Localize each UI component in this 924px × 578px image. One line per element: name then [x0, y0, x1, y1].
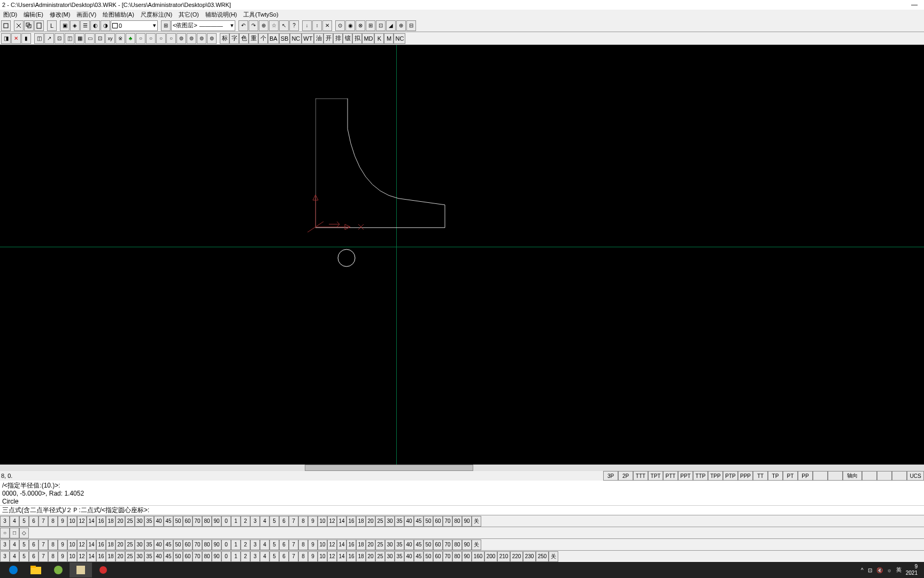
- number-button[interactable]: 3: [250, 516, 260, 527]
- tool-icon[interactable]: ↕: [312, 20, 322, 31]
- number-button[interactable]: 9: [58, 551, 67, 562]
- circle-icon[interactable]: ○: [166, 33, 176, 44]
- number-button[interactable]: 210: [497, 551, 510, 562]
- snap-button[interactable]: TTT: [633, 471, 648, 481]
- tool-icon[interactable]: ⊟: [406, 20, 416, 31]
- number-button[interactable]: 50: [424, 539, 433, 550]
- number-button[interactable]: 3: [250, 539, 260, 550]
- snap-button[interactable]: PTP: [723, 471, 738, 481]
- number-button[interactable]: 3: [0, 539, 10, 550]
- number-button[interactable]: 20: [366, 551, 375, 562]
- menu-item[interactable]: 编辑(E): [20, 11, 47, 19]
- number-button[interactable]: 10: [67, 539, 77, 550]
- number-button[interactable]: 16: [346, 516, 356, 527]
- number-button[interactable]: 4: [10, 539, 19, 550]
- number-button[interactable]: 90: [212, 516, 221, 527]
- number-button[interactable]: 45: [414, 516, 424, 527]
- tool-icon[interactable]: ☰: [80, 20, 90, 31]
- tool-xy[interactable]: xy: [105, 33, 115, 44]
- number-button[interactable]: 90: [212, 551, 221, 562]
- tool-icon[interactable]: ⊡: [376, 20, 386, 31]
- tool-icon[interactable]: [1, 20, 11, 31]
- menu-item[interactable]: 其它(O): [175, 11, 202, 19]
- number-button[interactable]: 25: [125, 539, 135, 550]
- number-button[interactable]: 18: [106, 516, 116, 527]
- number-button[interactable]: 35: [144, 551, 154, 562]
- number-button[interactable]: 8: [298, 551, 308, 562]
- number-button[interactable]: 10: [67, 516, 77, 527]
- tool-icon[interactable]: ⊡: [55, 33, 64, 44]
- tool-icon[interactable]: ⊕: [396, 20, 406, 31]
- tool-icon[interactable]: ⊞: [366, 20, 375, 31]
- number-button[interactable]: 40: [404, 516, 414, 527]
- tool-icon[interactable]: ▮: [21, 33, 31, 44]
- number-button[interactable]: 80: [202, 516, 212, 527]
- number-button[interactable]: 5: [19, 539, 29, 550]
- menu-item[interactable]: 修改(M): [47, 11, 74, 19]
- number-button[interactable]: 18: [356, 539, 366, 550]
- tool-icon[interactable]: ◑: [101, 20, 110, 31]
- circle-icon[interactable]: ⊚: [207, 33, 217, 44]
- record-icon[interactable]: [92, 562, 114, 577]
- number-button[interactable]: 230: [523, 551, 536, 562]
- tool-icon[interactable]: ◫: [34, 33, 44, 44]
- tray-chevron-icon[interactable]: ^: [861, 567, 864, 573]
- number-button[interactable]: 40: [154, 551, 164, 562]
- number-button[interactable]: 0: [221, 539, 231, 550]
- text-tool-button[interactable]: 开: [324, 33, 333, 44]
- snap-button[interactable]: TPP: [708, 471, 723, 481]
- number-button[interactable]: 40: [404, 539, 414, 550]
- number-button[interactable]: 14: [87, 516, 96, 527]
- snap-button[interactable]: TTP: [693, 471, 708, 481]
- layer-dropdown[interactable]: <依图层> ———— ▾: [171, 20, 235, 31]
- tool-icon[interactable]: ◉: [345, 20, 355, 31]
- number-button[interactable]: 35: [395, 516, 404, 527]
- number-button[interactable]: 18: [106, 551, 116, 562]
- number-button[interactable]: 7: [289, 516, 298, 527]
- text-tool-button[interactable]: K: [374, 33, 384, 44]
- number-button[interactable]: 90: [462, 551, 472, 562]
- number-button[interactable]: 12: [327, 551, 337, 562]
- shape-btn[interactable]: ◇: [19, 528, 29, 538]
- number-button[interactable]: 30: [135, 551, 144, 562]
- tool-icon[interactable]: ▭: [85, 33, 95, 44]
- number-button[interactable]: 70: [192, 539, 202, 550]
- number-button[interactable]: 5: [19, 551, 29, 562]
- minimize-button[interactable]: —: [907, 1, 922, 9]
- number-button[interactable]: 35: [144, 516, 154, 527]
- text-tool-button[interactable]: 拟: [352, 33, 362, 44]
- number-button[interactable]: 80: [452, 551, 462, 562]
- snap-button[interactable]: TP: [768, 471, 783, 481]
- number-button[interactable]: 45: [164, 551, 173, 562]
- number-button[interactable]: 80: [202, 539, 212, 550]
- number-button[interactable]: 25: [375, 516, 385, 527]
- number-button[interactable]: 8: [48, 516, 58, 527]
- number-button[interactable]: 5: [270, 516, 279, 527]
- number-button[interactable]: 8: [298, 539, 308, 550]
- number-button[interactable]: 4: [260, 551, 270, 562]
- undo-icon[interactable]: ↶: [238, 20, 248, 31]
- command-input[interactable]: 三点式(含二点半径式)/２Ｐ:二点式/<指定圆心座标>:: [0, 505, 924, 515]
- menu-item[interactable]: 辅助说明(H): [202, 11, 240, 19]
- number-button[interactable]: 8: [298, 516, 308, 527]
- tool-icon[interactable]: ◨: [1, 33, 11, 44]
- tool-icon[interactable]: ⊙: [335, 20, 345, 31]
- number-button[interactable]: 40: [154, 539, 164, 550]
- number-button[interactable]: 2: [241, 551, 250, 562]
- snap-button[interactable]: 2P: [618, 471, 633, 481]
- number-button[interactable]: 7: [289, 551, 298, 562]
- number-button[interactable]: 20: [366, 539, 375, 550]
- number-button[interactable]: 20: [116, 551, 125, 562]
- number-button[interactable]: 12: [327, 516, 337, 527]
- number-button[interactable]: 10: [67, 551, 77, 562]
- snap-button[interactable]: PPP: [738, 471, 753, 481]
- number-button[interactable]: 4: [10, 516, 19, 527]
- number-button[interactable]: 7: [38, 539, 48, 550]
- snap-button[interactable]: PTT: [663, 471, 678, 481]
- number-button[interactable]: 80: [202, 551, 212, 562]
- number-button[interactable]: 5: [270, 539, 279, 550]
- number-button[interactable]: 6: [29, 516, 38, 527]
- number-button[interactable]: 16: [96, 551, 106, 562]
- number-button[interactable]: 60: [183, 516, 192, 527]
- snap-blank[interactable]: [892, 471, 907, 481]
